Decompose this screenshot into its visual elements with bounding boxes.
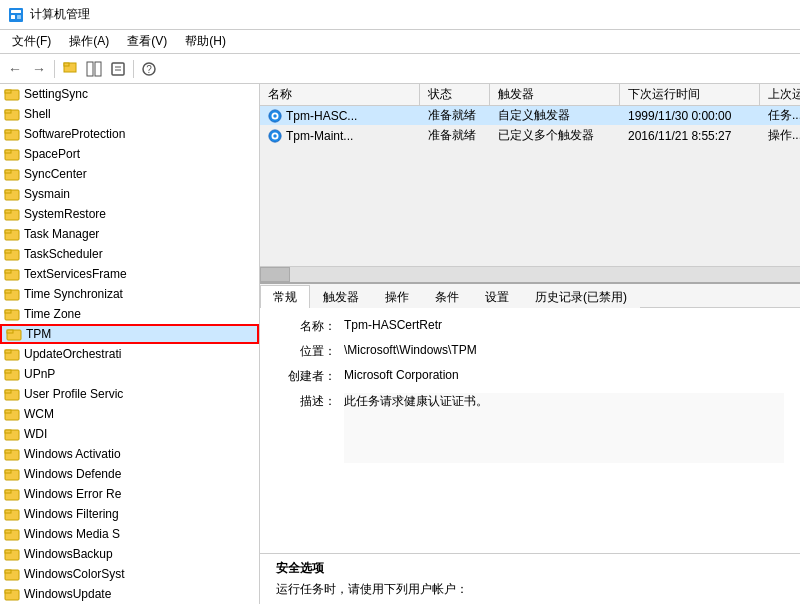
task-nextrun: 1999/11/30 0:00:00: [620, 108, 760, 124]
main-container: SettingSync Shell SoftwareProtection Spa…: [0, 84, 800, 604]
svg-rect-26: [5, 210, 11, 213]
table-header: 名称 状态 触发器 下次运行时间 上次运行时间 上次: [260, 84, 800, 106]
svg-rect-58: [5, 530, 11, 533]
tab-conditions[interactable]: 条件: [422, 285, 472, 308]
sidebar-item-label: SystemRestore: [24, 207, 106, 221]
menu-view[interactable]: 查看(V): [119, 31, 175, 52]
tab-general[interactable]: 常规: [260, 285, 310, 308]
folder-icon: [4, 366, 20, 382]
menu-file[interactable]: 文件(F): [4, 31, 59, 52]
svg-rect-44: [5, 390, 11, 393]
sidebar-item-upnp[interactable]: UPnP: [0, 364, 259, 384]
table-area: 名称 状态 触发器 下次运行时间 上次运行时间 上次 Tpm-HAS: [260, 84, 800, 284]
svg-point-70: [273, 134, 277, 138]
task-status: 准备就绪: [420, 126, 490, 145]
sidebar-item-timezone[interactable]: Time Zone: [0, 304, 259, 324]
svg-rect-46: [5, 410, 11, 413]
tab-actions[interactable]: 操作: [372, 285, 422, 308]
menu-help[interactable]: 帮助(H): [177, 31, 234, 52]
sidebar-item-taskscheduler[interactable]: TaskScheduler: [0, 244, 259, 264]
folder-icon: [4, 406, 20, 422]
sidebar-item-wdi[interactable]: WDI: [0, 424, 259, 444]
sidebar-item-timesync[interactable]: Time Synchronizat: [0, 284, 259, 304]
folder-icon: [4, 506, 20, 522]
svg-rect-54: [5, 490, 11, 493]
folder-icon: [4, 166, 20, 182]
sidebar-item-windowsmedia[interactable]: Windows Media S: [0, 524, 259, 544]
table-row[interactable]: Tpm-HASC... 准备就绪 自定义触发器 1999/11/30 0:00:…: [260, 106, 800, 126]
sidebar-item-systemrestore[interactable]: SystemRestore: [0, 204, 259, 224]
sidebar-item-windowsupdate[interactable]: WindowsUpdate: [0, 584, 259, 604]
svg-rect-64: [5, 590, 11, 593]
sidebar-item-shell[interactable]: Shell: [0, 104, 259, 124]
show-hide-tree-button[interactable]: [83, 58, 105, 80]
sidebar-item-userprofile[interactable]: User Profile Servic: [0, 384, 259, 404]
table-row[interactable]: Tpm-Maint... 准备就绪 已定义多个触发器 2016/11/21 8:…: [260, 126, 800, 146]
sidebar-item-synccenter[interactable]: SyncCenter: [0, 164, 259, 184]
svg-rect-22: [5, 170, 11, 173]
task-icon: [268, 109, 282, 123]
folder-icon: [4, 226, 20, 242]
sidebar-item-windowsdefender[interactable]: Windows Defende: [0, 464, 259, 484]
svg-rect-56: [5, 510, 11, 513]
sidebar-item-label: WindowsColorSyst: [24, 567, 125, 581]
sidebar-item-windowsbackup[interactable]: WindowsBackup: [0, 544, 259, 564]
title-bar: 计算机管理: [0, 0, 800, 30]
sidebar-item-tpm[interactable]: TPM: [0, 324, 259, 344]
sidebar-item-spaceport[interactable]: SpacePort: [0, 144, 259, 164]
up-button[interactable]: [59, 58, 81, 80]
svg-rect-14: [5, 90, 11, 93]
forward-button[interactable]: →: [28, 58, 50, 80]
app-icon: [8, 7, 24, 23]
sidebar-item-label: WindowsUpdate: [24, 587, 111, 601]
task-lastrun: 任务...: [760, 106, 800, 125]
task-trigger: 自定义触发器: [490, 106, 620, 125]
folder-icon: [4, 246, 20, 262]
sidebar-item-updateorchestrati[interactable]: UpdateOrchestrati: [0, 344, 259, 364]
tab-history[interactable]: 历史记录(已禁用): [522, 285, 640, 308]
author-label: 创建者：: [276, 368, 336, 385]
sidebar-item-label: SettingSync: [24, 87, 88, 101]
task-nextrun: 2016/11/21 8:55:27: [620, 128, 760, 144]
tab-triggers[interactable]: 触发器: [310, 285, 372, 308]
help-button[interactable]: ?: [138, 58, 160, 80]
sidebar-item-windowscolorsyst[interactable]: WindowsColorSyst: [0, 564, 259, 584]
sidebar-item-label: Windows Error Re: [24, 487, 121, 501]
svg-rect-42: [5, 370, 11, 373]
sidebar-item-softwareprotection[interactable]: SoftwareProtection: [0, 124, 259, 144]
toolbar: ← → ?: [0, 54, 800, 84]
sidebar-item-label: WDI: [24, 427, 47, 441]
svg-rect-18: [5, 130, 11, 133]
scrollbar-thumb[interactable]: [260, 267, 290, 282]
menu-action[interactable]: 操作(A): [61, 31, 117, 52]
sidebar-item-sysmain[interactable]: Sysmain: [0, 184, 259, 204]
detail-tabs: 常规 触发器 操作 条件 设置 历史记录(已禁用): [260, 284, 800, 308]
sidebar-item-label: Time Synchronizat: [24, 287, 123, 301]
sidebar-item-label: Windows Defende: [24, 467, 121, 481]
sidebar-item-label: Shell: [24, 107, 51, 121]
sidebar-item-label: TPM: [26, 327, 51, 341]
sidebar-item-settingsync[interactable]: SettingSync: [0, 84, 259, 104]
sidebar-item-windowsfiltering[interactable]: Windows Filtering: [0, 504, 259, 524]
security-note: 运行任务时，请使用下列用户帐户：: [276, 581, 784, 598]
sidebar-item-label: TextServicesFrame: [24, 267, 127, 281]
sidebar-item-taskmanager[interactable]: Task Manager: [0, 224, 259, 244]
sidebar-item-textservicesframe[interactable]: TextServicesFrame: [0, 264, 259, 284]
sidebar-item-windowsactivation[interactable]: Windows Activatio: [0, 444, 259, 464]
sidebar[interactable]: SettingSync Shell SoftwareProtection Spa…: [0, 84, 260, 604]
tab-settings[interactable]: 设置: [472, 285, 522, 308]
author-value: Microsoft Corporation: [344, 368, 784, 382]
back-button[interactable]: ←: [4, 58, 26, 80]
svg-rect-50: [5, 450, 11, 453]
horizontal-scrollbar[interactable]: [260, 266, 800, 282]
svg-text:?: ?: [146, 64, 152, 75]
folder-icon: [4, 586, 20, 602]
sidebar-item-label: Windows Media S: [24, 527, 120, 541]
sidebar-item-wcm[interactable]: WCM: [0, 404, 259, 424]
folder-icon: [4, 186, 20, 202]
table-body: Tpm-HASC... 准备就绪 自定义触发器 1999/11/30 0:00:…: [260, 106, 800, 266]
properties-button[interactable]: [107, 58, 129, 80]
svg-rect-24: [5, 190, 11, 193]
sidebar-item-windowserror[interactable]: Windows Error Re: [0, 484, 259, 504]
detail-description-row: 描述： 此任务请求健康认证证书。: [276, 393, 784, 463]
